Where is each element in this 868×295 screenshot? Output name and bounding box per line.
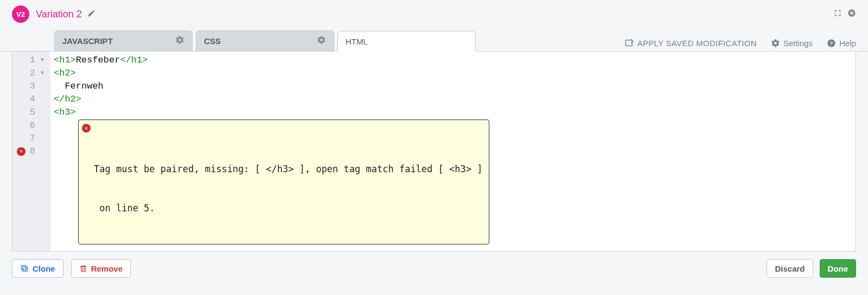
clone-button[interactable]: Clone (12, 259, 63, 278)
discard-label: Discard (775, 264, 805, 273)
discard-button[interactable]: Discard (767, 259, 813, 278)
svg-text:?: ? (830, 40, 833, 46)
code-line[interactable]: <h2> (54, 67, 856, 80)
line-number: 2▼ (12, 67, 46, 80)
gutter-error-icon[interactable] (17, 147, 25, 156)
tab-css[interactable]: CSS (196, 30, 334, 51)
line-number: 5 (12, 106, 46, 119)
error-message-line1: Tag must be paired, missing: [ </h3> ], … (94, 162, 482, 175)
error-tooltip: Tag must be paired, missing: [ </h3> ], … (78, 120, 489, 244)
variation-badge: V2 (12, 5, 29, 23)
svg-rect-4 (23, 267, 27, 271)
trash-icon (79, 265, 87, 273)
line-number: 1▼ (12, 54, 46, 67)
code-line[interactable]: </h2> (54, 93, 856, 106)
help-label: Help (839, 39, 856, 48)
remove-label: Remove (91, 264, 123, 273)
apply-saved-modification-button[interactable]: APPLY SAVED MODIFICATION (624, 38, 757, 48)
variation-title[interactable]: Variation 2 (36, 9, 82, 20)
tab-javascript[interactable]: JAVASCRIPT (54, 30, 193, 51)
error-icon (82, 124, 91, 133)
settings-button[interactable]: Settings (771, 39, 813, 48)
svg-rect-5 (22, 266, 26, 270)
footer: Clone Remove Discard Done (0, 252, 868, 285)
clone-icon (20, 264, 29, 273)
error-message-line2: on line 5. (94, 202, 482, 215)
code-line[interactable]: Fernweh (54, 80, 856, 93)
line-number: 7 (12, 132, 46, 145)
line-gutter: 1▼2▼345678 (12, 52, 50, 251)
code-line[interactable]: <h3> (54, 106, 856, 119)
tab-row: JAVASCRIPT CSS HTML APPLY SAVED MODIFICA… (0, 30, 868, 52)
help-button[interactable]: ? Help (827, 39, 856, 48)
done-button[interactable]: Done (820, 259, 857, 278)
toolbar-right: APPLY SAVED MODIFICATION Settings ? Help (624, 38, 856, 51)
line-number: 3 (12, 80, 46, 93)
gear-icon[interactable] (317, 35, 326, 47)
tab-javascript-label: JAVASCRIPT (62, 36, 113, 46)
remove-button[interactable]: Remove (71, 259, 131, 278)
apply-icon (624, 38, 634, 48)
help-icon: ? (827, 39, 836, 48)
expand-icon[interactable] (833, 9, 842, 20)
tab-html[interactable]: HTML (337, 31, 476, 52)
tab-html-label: HTML (346, 37, 368, 46)
clone-label: Clone (33, 264, 55, 273)
gear-icon (771, 39, 780, 48)
line-number: 6 (12, 119, 46, 132)
done-label: Done (828, 264, 848, 273)
apply-label: APPLY SAVED MODIFICATION (637, 39, 757, 48)
edit-title-icon[interactable] (87, 9, 95, 19)
tab-css-label: CSS (204, 36, 221, 46)
code-line[interactable]: <h1>Resfeber</h1> (54, 54, 856, 67)
settings-label: Settings (783, 39, 813, 48)
svg-rect-6 (81, 266, 85, 271)
header: V2 Variation 2 (0, 0, 868, 30)
line-number: 4 (12, 93, 46, 106)
code-editor[interactable]: 1▼2▼345678 Tag must be paired, missing: … (12, 52, 856, 252)
code-area[interactable]: Tag must be paired, missing: [ </h3> ], … (50, 52, 856, 251)
close-icon[interactable] (847, 9, 856, 20)
gear-icon[interactable] (175, 35, 184, 47)
